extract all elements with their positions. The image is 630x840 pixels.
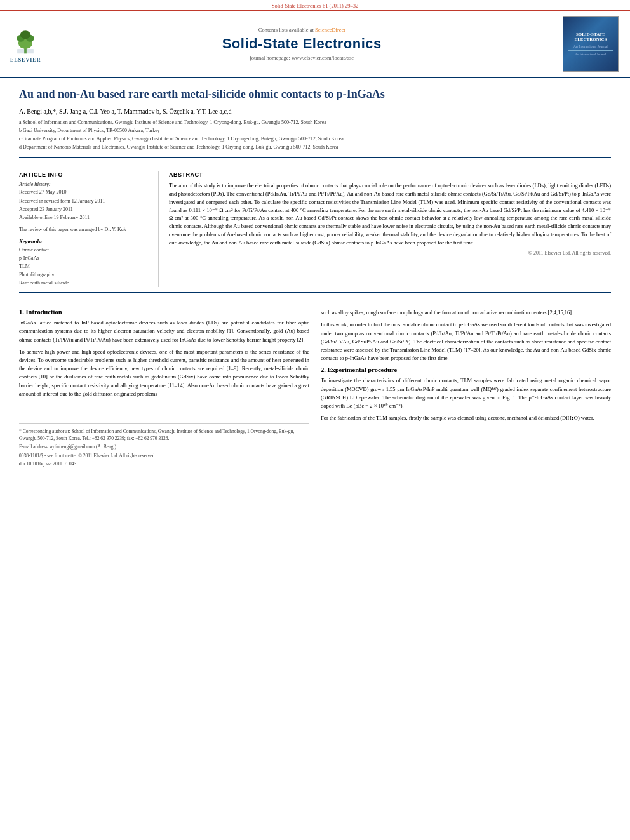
elsevier-logo: ELSEVIER (10, 25, 41, 63)
footnote-corresponding: * Corresponding author at: School of Inf… (19, 428, 309, 443)
received-date: Received 27 May 2010 (19, 189, 151, 196)
copyright-line: © 2011 Elsevier Ltd. All rights reserved… (169, 250, 611, 256)
keywords-list: Ohmic contact p-InGaAs TLM Photolithogra… (19, 246, 151, 287)
abstract-heading: ABSTRACT (169, 171, 611, 178)
svg-point-4 (20, 30, 31, 39)
elsevier-wordmark: ELSEVIER (10, 57, 41, 63)
header-center: Contents lists available at ScienceDirec… (41, 27, 563, 61)
header-divider (19, 157, 611, 158)
journal-top-bar: Solid-State Electronics 61 (2011) 29–32 (0, 0, 630, 11)
journal-cover-image: SOLID-STATEELECTRONICS An International … (563, 16, 619, 72)
col2-para3: To investigate the characteristics of di… (321, 377, 611, 410)
keyword-3: TLM (19, 263, 151, 271)
keyword-1: Ohmic contact (19, 246, 151, 255)
svg-rect-5 (17, 48, 34, 53)
online-date: Available online 19 February 2011 (19, 214, 151, 221)
body-right-col: such as alloy spikes, rough surface morp… (321, 309, 611, 469)
article-info-column: ARTICLE INFO Article history: Received 2… (19, 171, 159, 287)
info-abstract-columns: ARTICLE INFO Article history: Received 2… (19, 166, 611, 287)
contents-available: Contents lists available at ScienceDirec… (53, 27, 550, 33)
col2-para4: For the fabrication of the TLM samples, … (321, 414, 611, 422)
sciencedirect-link[interactable]: ScienceDirect (315, 27, 345, 33)
affiliation-a: a School of Information and Communicatio… (19, 119, 611, 126)
affiliation-b: b Gazi University, Department of Physics… (19, 127, 611, 135)
footnote-area: * Corresponding author at: School of Inf… (19, 423, 309, 467)
keyword-2: p-InGaAs (19, 255, 151, 263)
journal-name: Solid-State Electronics (53, 36, 550, 52)
intro-para2: To achieve high power and high speed opt… (19, 348, 309, 398)
section2-heading: 2. Experimental procedure (321, 366, 611, 373)
affiliation-c: c Graduate Program of Photonics and Appl… (19, 135, 611, 143)
intro-para1: InGaAs lattice matched to InP based opto… (19, 319, 309, 344)
body-columns: 1. Introduction InGaAs lattice matched t… (19, 302, 611, 469)
keyword-4: Photolithography (19, 271, 151, 279)
accepted-date: Accepted 23 January 2011 (19, 206, 151, 213)
abstract-section: ABSTRACT The aim of this study is to imp… (169, 171, 611, 287)
footnote-issn: 0038-1101/$ - see front matter © 2011 El… (19, 452, 309, 459)
header-left: ELSEVIER (10, 25, 41, 63)
article-info-heading: ARTICLE INFO (19, 171, 151, 178)
article-wrapper: Au and non-Au based rare earth metal-sil… (0, 78, 630, 481)
affiliations: a School of Information and Communicatio… (19, 119, 611, 151)
keywords-label: Keywords: (19, 238, 151, 244)
journal-citation: Solid-State Electronics 61 (2011) 29–32 (272, 3, 359, 9)
authors-line: A. Bengi a,b,*, S.J. Jang a, C.I. Yeo a,… (19, 108, 611, 115)
header-right: SOLID-STATEELECTRONICS An International … (563, 16, 620, 72)
intro-heading: 1. Introduction (19, 309, 309, 316)
article-title: Au and non-Au based rare earth metal-sil… (19, 87, 611, 102)
body-left-col: 1. Introduction InGaAs lattice matched t… (19, 309, 309, 469)
cover-title: SOLID-STATEELECTRONICS (575, 32, 607, 43)
affiliation-d: d Department of Nanobio Materials and El… (19, 143, 611, 151)
journal-header: ELSEVIER Contents lists available at Sci… (0, 11, 630, 78)
journal-homepage: journal homepage: www.elsevier.com/locat… (53, 55, 550, 61)
col2-para2: In this work, in order to find the most … (321, 321, 611, 363)
review-note: The review of this paper was arranged by… (19, 226, 151, 233)
keyword-5: Rare earth metal-silicide (19, 279, 151, 288)
abstract-text: The aim of this study is to improve the … (169, 182, 611, 246)
history-label: Article history: (19, 182, 151, 187)
col2-para1: such as alloy spikes, rough surface morp… (321, 309, 611, 317)
footnote-doi: doi:10.1016/j.sse.2011.01.043 (19, 460, 309, 467)
keywords-section: Keywords: Ohmic contact p-InGaAs TLM Pho… (19, 238, 151, 287)
cover-subtitle: An International Journal (573, 44, 608, 48)
footnote-email: E-mail address: aylinbengi@gmail.com (A.… (19, 443, 309, 450)
elsevier-tree-icon (13, 25, 38, 56)
body-divider (19, 292, 611, 293)
revised-date: Received in revised form 12 January 2011 (19, 197, 151, 204)
